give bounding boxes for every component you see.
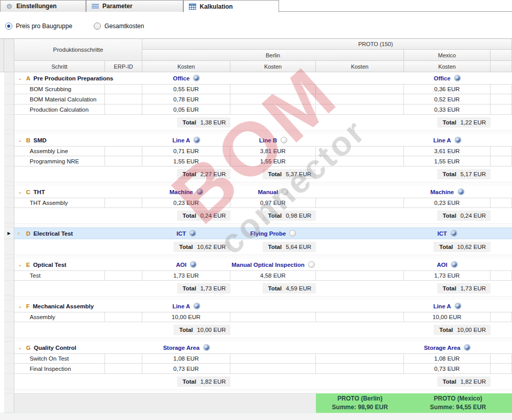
row-gutter[interactable] — [4, 223, 14, 227]
kosten-cell-mexico[interactable]: 1,08 EUR — [404, 353, 490, 364]
row-gutter[interactable] — [4, 338, 14, 342]
kosten-cell-mexico[interactable]: 0,73 EUR — [404, 364, 490, 374]
radio-selected-icon[interactable] — [451, 230, 457, 237]
process-selector[interactable]: Machine — [142, 186, 230, 198]
column-header-kosten-1[interactable]: Kosten — [142, 61, 230, 72]
option-gesamtkosten[interactable]: Gesamtkosten — [94, 23, 144, 30]
kosten-cell-berlin-1[interactable]: 1,73 EUR — [142, 270, 230, 281]
step-name-cell[interactable]: Assembly — [14, 312, 105, 322]
process-selector[interactable]: Machine — [404, 186, 490, 198]
erp-id-cell[interactable] — [105, 270, 142, 281]
step-row[interactable]: THT Assembly0,23 EUR0,97 EUR0,23 EUR — [0, 198, 512, 208]
row-gutter[interactable] — [4, 198, 14, 208]
step-name-cell[interactable]: Programming NRE — [14, 156, 105, 166]
row-gutter[interactable]: ▶ — [4, 227, 14, 239]
row-gutter[interactable] — [4, 182, 14, 186]
kosten-cell-mexico[interactable]: 0,33 EUR — [404, 104, 490, 115]
group-header-row-C[interactable]: ⌄ C THTMachineManualMachine — [0, 186, 512, 198]
kosten-cell-mexico[interactable]: 0,23 EUR — [404, 198, 490, 208]
step-name-cell[interactable]: Production Calculation — [14, 104, 105, 115]
kosten-cell-berlin-2[interactable] — [230, 312, 316, 322]
column-header-kosten-2[interactable]: Kosten — [230, 61, 316, 72]
step-row[interactable]: Production Calculation0,05 EUR0,33 EUR — [0, 104, 512, 115]
row-gutter[interactable] — [4, 300, 14, 312]
chevron-down-icon[interactable]: ⌄ — [18, 303, 23, 309]
radio-selected-icon[interactable] — [455, 137, 461, 143]
erp-id-cell[interactable] — [105, 364, 142, 374]
row-gutter[interactable] — [4, 115, 14, 130]
group-title-A[interactable]: ⌄ A Pre Produciton Preparations — [14, 72, 142, 84]
radio-selected-icon[interactable] — [464, 344, 471, 351]
row-gutter[interactable] — [4, 84, 14, 94]
process-selector[interactable]: Line A — [142, 134, 230, 146]
process-selector[interactable]: Line A — [142, 300, 230, 312]
kosten-cell-mexico[interactable]: 1,73 EUR — [404, 270, 490, 281]
kosten-cell-berlin-1[interactable]: 0,71 EUR — [142, 146, 230, 156]
column-header-erp-id[interactable]: ERP-ID — [105, 61, 142, 72]
process-selector[interactable]: Manual Optical Inspection — [230, 259, 316, 270]
step-row[interactable]: Switch On Test1,08 EUR1,08 EUR — [0, 353, 512, 364]
erp-id-cell[interactable] — [105, 156, 142, 166]
chevron-right-icon[interactable]: › — [18, 230, 23, 236]
kosten-cell-berlin-3[interactable] — [316, 104, 404, 115]
group-header-row-A[interactable]: ⌄ A Pre Produciton PreparationsOfficeOff… — [0, 72, 512, 84]
group-header-row-F[interactable]: ⌄ F Mechanical AssemblyLine ALine A — [0, 300, 512, 312]
kosten-cell-berlin-1[interactable]: 1,08 EUR — [142, 353, 230, 364]
radio-unselected-icon[interactable] — [308, 261, 315, 268]
kosten-cell-berlin-1[interactable]: 0,73 EUR — [142, 364, 230, 374]
erp-id-cell[interactable] — [105, 94, 142, 104]
radio-selected-icon[interactable] — [194, 303, 200, 309]
row-gutter[interactable] — [4, 146, 14, 156]
row-gutter[interactable] — [4, 296, 14, 300]
kosten-cell-berlin-2[interactable] — [230, 364, 316, 374]
step-name-cell[interactable]: Assembly Line — [14, 146, 105, 156]
column-header-proto[interactable]: PROTO (150) — [142, 38, 512, 50]
row-gutter[interactable] — [4, 364, 14, 374]
kosten-cell-berlin-2[interactable]: 3,81 EUR — [230, 146, 316, 156]
radio-selected-icon[interactable] — [454, 75, 461, 81]
step-row[interactable]: Test1,73 EUR4,58 EUR1,73 EUR — [0, 270, 512, 281]
process-selector[interactable]: Office — [142, 72, 230, 84]
process-selector[interactable]: AOI — [404, 259, 490, 270]
kosten-cell-berlin-2[interactable]: 4,58 EUR — [230, 270, 316, 281]
radio-selected-icon[interactable] — [190, 261, 197, 268]
erp-id-cell[interactable] — [105, 104, 142, 115]
group-header-row-G[interactable]: ⌄ G Quality ControlStorage AreaStorage A… — [0, 342, 512, 353]
erp-id-cell[interactable] — [105, 84, 142, 94]
column-header-produktionsschritte[interactable]: Produktionsschritte — [14, 38, 142, 61]
kosten-cell-mexico[interactable]: 3,61 EUR — [404, 146, 490, 156]
row-gutter[interactable] — [4, 281, 14, 296]
option-preis-pro-baugruppe[interactable]: Preis pro Baugruppe — [5, 23, 72, 30]
erp-id-cell[interactable] — [105, 312, 142, 322]
row-gutter[interactable] — [4, 322, 14, 338]
group-title-D[interactable]: › D Electrical Test — [14, 227, 142, 239]
kosten-cell-berlin-3[interactable] — [316, 312, 404, 322]
step-row[interactable]: Final Inspection0,73 EUR0,73 EUR — [0, 364, 512, 374]
chevron-down-icon[interactable]: ⌄ — [18, 345, 23, 350]
process-selector[interactable]: Line B — [230, 134, 316, 146]
row-gutter[interactable] — [4, 255, 14, 259]
radio-selected-icon[interactable] — [458, 188, 464, 195]
kosten-cell-berlin-2[interactable] — [230, 353, 316, 364]
radio-unselected-icon[interactable] — [289, 230, 296, 237]
step-name-cell[interactable]: BOM Material Calculation — [14, 94, 105, 104]
kosten-cell-berlin-1[interactable]: 0,78 EUR — [142, 94, 230, 104]
row-gutter[interactable] — [4, 130, 14, 134]
radio-selected-icon[interactable] — [193, 75, 200, 81]
row-gutter[interactable] — [4, 353, 14, 364]
step-row[interactable]: Assembly Line0,71 EUR3,81 EUR3,61 EUR — [0, 146, 512, 156]
row-gutter[interactable] — [4, 312, 14, 322]
process-selector[interactable]: Flying Probe — [230, 227, 316, 239]
kosten-cell-berlin-2[interactable]: 0,97 EUR — [230, 198, 316, 208]
process-selector[interactable]: AOI — [142, 259, 230, 270]
process-selector[interactable]: Line A — [404, 134, 490, 146]
kosten-cell-berlin-2[interactable] — [230, 94, 316, 104]
row-gutter[interactable] — [4, 72, 14, 84]
chevron-down-icon[interactable]: ⌄ — [18, 75, 23, 81]
process-selector[interactable]: Storage Area — [404, 342, 490, 353]
kosten-cell-berlin-3[interactable] — [316, 146, 404, 156]
column-header-kosten-3[interactable]: Kosten — [316, 61, 404, 72]
tab-parameter[interactable]: Parameter — [86, 0, 183, 12]
row-gutter[interactable] — [4, 166, 14, 182]
kosten-cell-berlin-1[interactable]: 0,23 EUR — [142, 198, 230, 208]
